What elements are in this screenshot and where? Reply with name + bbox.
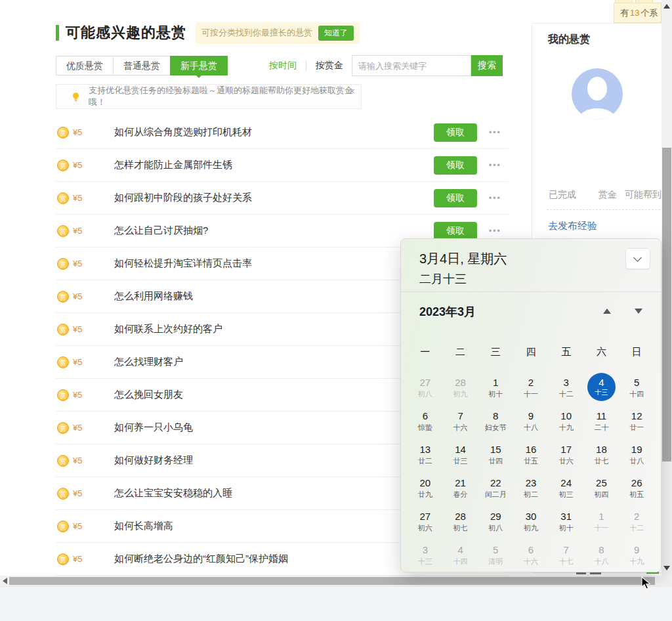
vertical-scrollbar-thumb[interactable]: [662, 148, 671, 461]
vertical-scrollbar[interactable]: [662, 0, 672, 576]
calendar-prev-month-icon[interactable]: [603, 309, 611, 314]
claim-button[interactable]: 领取: [434, 189, 477, 207]
calendar-day[interactable]: 4 十四: [443, 538, 478, 571]
calendar-day[interactable]: 17 廿六: [549, 437, 584, 471]
tab-normal[interactable]: 普通悬赏: [113, 56, 171, 75]
calendar-day[interactable]: 27 初六: [408, 504, 443, 538]
calendar-day[interactable]: 1 十一: [584, 504, 620, 538]
bounty-title[interactable]: 怎么让宝宝安安稳稳的入睡: [114, 487, 434, 500]
claim-button[interactable]: 领取: [434, 156, 477, 175]
calendar-day[interactable]: 6 惊蛰: [408, 404, 443, 437]
calendar-day[interactable]: 28 初九: [443, 370, 478, 404]
calendar-day[interactable]: 12 廿一: [619, 404, 654, 437]
more-options-button[interactable]: •••: [489, 128, 509, 137]
calendar-day[interactable]: 9 十九: [619, 538, 654, 571]
calendar-day[interactable]: 7 十六: [443, 404, 478, 437]
day-lunar-label: 十九: [559, 423, 574, 432]
calendar-day[interactable]: 26 初五: [619, 471, 654, 504]
calendar-day[interactable]: 20 廿九: [408, 471, 443, 504]
calendar-day[interactable]: 24 初三: [549, 471, 584, 504]
day-number: 7: [453, 410, 468, 422]
calendar-day[interactable]: 11 二十: [584, 404, 620, 437]
sidebar-stat[interactable]: 可能帮到的: [625, 189, 662, 201]
calendar-day[interactable]: 25 初四: [584, 471, 620, 504]
bounty-title[interactable]: 怎么挽回女朋友: [114, 389, 434, 401]
more-options-button[interactable]: •••: [489, 194, 509, 203]
notice-close-icon[interactable]: ×: [349, 86, 355, 96]
calendar-day[interactable]: 13 廿二: [408, 437, 443, 471]
calendar-day[interactable]: 5 十四: [619, 370, 654, 404]
calendar-day[interactable]: 14 廿三: [443, 437, 478, 471]
calendar-day[interactable]: 29 初八: [478, 504, 513, 538]
publish-experience-link[interactable]: 去发布经验: [548, 220, 597, 232]
day-number: 5: [488, 544, 503, 556]
scroll-up-arrow-icon[interactable]: [663, 4, 670, 9]
sidebar-stat[interactable]: 已完成: [549, 189, 576, 201]
day-number: 15: [488, 443, 503, 456]
horizontal-scrollbar[interactable]: [0, 576, 662, 586]
bounty-amount: ¥5: [73, 521, 90, 531]
bounty-title[interactable]: 如何做好财务经理: [114, 454, 434, 467]
bounty-title[interactable]: 如何从综合角度选购打印机耗材: [114, 126, 434, 139]
avatar-body-shape: [579, 108, 616, 119]
calendar-day[interactable]: 8 妇女节: [478, 404, 513, 437]
bounty-title[interactable]: 怎么找理财客户: [114, 356, 434, 368]
calendar-day[interactable]: 30 初九: [513, 504, 549, 538]
calendar-day[interactable]: 19 廿八: [619, 437, 654, 471]
scroll-down-arrow-icon[interactable]: [663, 566, 670, 570]
calendar-day[interactable]: 2 十二: [619, 504, 654, 538]
calendar-day[interactable]: 3 十三: [408, 538, 443, 571]
calendar-day[interactable]: 5 清明: [478, 538, 513, 571]
day-number: 13: [418, 443, 432, 456]
tab-premium[interactable]: 优质悬赏: [56, 56, 114, 75]
weekday-label: 日: [619, 346, 654, 358]
calendar-day[interactable]: 7 十七: [549, 538, 584, 571]
day-number: 17: [559, 443, 574, 456]
calendar-day[interactable]: 8 十八: [584, 538, 620, 571]
calendar-next-month-icon[interactable]: [635, 309, 642, 314]
lightbulb-icon: [70, 91, 81, 102]
calendar-day[interactable]: 3 十二: [549, 370, 584, 404]
sort-by-time[interactable]: 按时间: [269, 60, 297, 72]
calendar-day[interactable]: 1 初十: [478, 370, 513, 404]
search-input[interactable]: [352, 55, 471, 76]
user-avatar[interactable]: [572, 68, 623, 119]
horizontal-scrollbar-thumb[interactable]: [9, 577, 655, 585]
calendar-day[interactable]: 9 十八: [513, 404, 549, 437]
bounty-title[interactable]: 如何断绝老公身边的“红颜知己”保护婚姻: [114, 553, 434, 565]
tab-novice[interactable]: 新手悬赏: [170, 56, 228, 75]
calendar-day[interactable]: 2 十一: [513, 370, 549, 404]
claim-button[interactable]: 领取: [434, 123, 477, 142]
more-options-button[interactable]: •••: [489, 226, 509, 236]
scroll-left-arrow-icon[interactable]: [3, 578, 7, 584]
claim-button[interactable]: 领取: [434, 222, 477, 240]
system-notification[interactable]: 有 13 个系: [614, 3, 662, 23]
calendar-day[interactable]: 18 廿七: [584, 437, 620, 471]
bounty-title[interactable]: 怎样才能防止金属部件生锈: [114, 159, 434, 171]
calendar-day[interactable]: 31 初十: [549, 504, 584, 538]
notification-count: 13: [630, 8, 639, 18]
more-options-button[interactable]: •••: [489, 161, 509, 170]
calendar-day-selected[interactable]: 4 十三: [584, 370, 620, 404]
sort-by-reward[interactable]: 按赏金: [316, 60, 343, 72]
bounty-title[interactable]: 如何轻松提升淘宝详情页点击率: [114, 257, 434, 270]
bounty-title[interactable]: 如何长高增高: [114, 520, 434, 532]
search-button[interactable]: 搜索: [471, 55, 503, 76]
sidebar-stat[interactable]: 赏金: [598, 189, 617, 201]
calendar-day[interactable]: 21 春分: [443, 471, 478, 504]
calendar-day[interactable]: 22 闰二月: [478, 471, 513, 504]
calendar-collapse-button[interactable]: [625, 248, 650, 269]
bounty-title[interactable]: 怎么利用网络赚钱: [114, 290, 434, 303]
calendar-day[interactable]: 15 廿四: [478, 437, 513, 471]
calendar-day[interactable]: 23 初二: [513, 471, 549, 504]
calendar-day[interactable]: 10 十九: [549, 404, 584, 437]
bounty-title[interactable]: 如何养一只小乌龟: [114, 421, 434, 434]
bounty-title[interactable]: 如何联系上次约好的客户: [114, 323, 434, 335]
calendar-day[interactable]: 27 初八: [408, 370, 443, 404]
calendar-day[interactable]: 16 廿五: [513, 437, 549, 471]
calendar-day[interactable]: 28 初七: [443, 504, 478, 538]
calendar-day[interactable]: 6 十六: [513, 538, 549, 571]
bounty-title[interactable]: 怎么让自己讨厌抽烟?: [114, 225, 434, 237]
bounty-title[interactable]: 如何跟初中阶段的孩子处好关系: [114, 192, 434, 204]
tip-got-it-button[interactable]: 知道了: [318, 26, 354, 41]
